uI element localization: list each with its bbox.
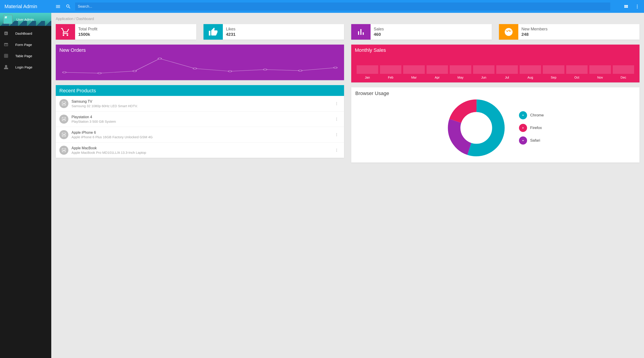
stat-card-sales: Sales 460: [351, 24, 492, 40]
svg-point-22: [336, 119, 337, 120]
svg-point-10: [98, 73, 102, 74]
stat-card-likes: Likes 4231: [204, 24, 344, 40]
product-row[interactable]: Apple MacBook Apple MacBook Pro MD101LL/…: [56, 142, 344, 158]
search-icon: [66, 4, 71, 9]
product-row[interactable]: Samsung TV Samsung 32 1080p 60Hz LED Sma…: [56, 96, 344, 111]
panel-title: Recent Products: [56, 85, 344, 96]
legend-item[interactable]: Chrome: [519, 111, 544, 119]
legend-label: Firefox: [530, 126, 542, 130]
stat-card-profit: Total Profit 1500k: [56, 24, 196, 40]
svg-point-16: [298, 70, 302, 71]
svg-point-29: [336, 151, 337, 152]
avatar: [3, 15, 12, 24]
month-bar: [473, 65, 495, 74]
more-button[interactable]: [634, 3, 641, 10]
browser-usage-donut: [447, 99, 506, 157]
new-orders-panel: New Orders: [56, 45, 344, 80]
month-label: Feb: [380, 76, 402, 79]
wallpaper-icon: [59, 130, 68, 139]
svg-point-28: [336, 150, 337, 151]
sidebar-item-dashboard[interactable]: DashBoard: [0, 28, 51, 39]
thumb-up-icon: [204, 24, 223, 40]
svg-rect-3: [358, 31, 359, 35]
month-bar: [543, 65, 564, 74]
more-vert-icon: [334, 117, 339, 121]
month-label: Dec: [613, 76, 634, 79]
month-bar: [613, 65, 634, 74]
apps-button[interactable]: [622, 3, 630, 10]
more-vert-icon: [334, 148, 339, 152]
month-bar: [496, 65, 518, 74]
product-desc: Samsung 32 1080p 60Hz LED Smart HDTV.: [72, 104, 333, 108]
month-label: Oct: [566, 76, 588, 79]
monthly-sales-bars: [351, 55, 640, 76]
more-vert-icon: [635, 4, 640, 9]
svg-point-27: [336, 149, 337, 149]
cart-icon: [56, 24, 75, 40]
product-row[interactable]: Apple iPhone 6 Apple iPhone 6 Plus 16GB …: [56, 127, 344, 142]
svg-point-9: [63, 72, 66, 73]
svg-point-23: [336, 120, 337, 121]
chevron-down-icon: [519, 111, 527, 119]
stat-title: Total Profit: [78, 27, 97, 32]
svg-point-11: [133, 70, 136, 72]
svg-point-25: [336, 134, 337, 135]
product-name: Apple MacBook: [72, 146, 333, 150]
product-more-button[interactable]: [333, 133, 340, 137]
product-desc: Apple iPhone 6 Plus 16GB Factory Unlocke…: [72, 135, 333, 139]
svg-point-6: [505, 28, 513, 36]
more-vert-icon: [334, 102, 339, 106]
product-more-button[interactable]: [333, 102, 340, 106]
browser-usage-panel: Browser Usage ChromeFirefoxSafari: [351, 87, 640, 162]
month-label: Mar: [403, 76, 425, 79]
svg-rect-5: [363, 32, 364, 35]
menu-button[interactable]: [54, 3, 62, 10]
product-name: Playstation 4: [72, 115, 333, 119]
month-label: Jan: [357, 76, 378, 79]
month-bar: [589, 65, 611, 74]
product-name: Apple iPhone 6: [72, 131, 333, 135]
view-module-icon: [624, 4, 628, 9]
panel-title: New Orders: [56, 45, 344, 55]
user-section[interactable]: User Admin: [0, 13, 51, 26]
panel-title: Browser Usage: [355, 91, 636, 96]
product-row[interactable]: Playstation 4 PlayStation 3 500 GB Syste…: [56, 111, 344, 127]
broken-image-icon: [4, 16, 8, 19]
month-label: May: [450, 76, 471, 79]
sidebar-item-label: Login Page: [15, 65, 32, 69]
svg-point-21: [336, 117, 337, 118]
month-bar: [450, 65, 471, 74]
wallpaper-icon: [59, 99, 68, 108]
sidebar-item-label: Form Page: [15, 43, 32, 47]
sidebar-item-login[interactable]: Login Page: [0, 62, 51, 73]
stat-title: Sales: [374, 27, 384, 32]
month-label: Sep: [543, 76, 564, 79]
recent-products-panel: Recent Products Samsung TV Samsung 32 10…: [56, 85, 344, 158]
stat-value: 4231: [226, 32, 236, 37]
stat-value: 460: [374, 32, 384, 37]
svg-point-26: [336, 135, 337, 136]
product-more-button[interactable]: [333, 148, 340, 152]
search-input[interactable]: [78, 5, 608, 9]
month-bar: [566, 65, 588, 74]
more-vert-icon: [334, 133, 339, 137]
product-desc: PlayStation 3 500 GB System: [72, 120, 333, 123]
sidebar-item-table[interactable]: Table Page: [0, 50, 51, 62]
legend-item[interactable]: Firefox: [519, 124, 544, 132]
search-button[interactable]: [65, 3, 72, 10]
month-label: Aug: [520, 76, 541, 79]
svg-point-2: [637, 8, 638, 8]
nav: DashBoard Form Page Table Page Login Pag…: [0, 26, 51, 75]
wallpaper-icon: [59, 115, 68, 124]
month-bar: [357, 65, 378, 74]
face-icon: [499, 24, 518, 40]
sidebar-item-form[interactable]: Form Page: [0, 39, 51, 50]
product-name: Samsung TV: [72, 100, 333, 104]
stat-value: 248: [522, 32, 548, 37]
product-more-button[interactable]: [333, 117, 340, 121]
new-orders-chart: [56, 55, 344, 80]
legend-item[interactable]: Safari: [519, 136, 544, 144]
svg-point-12: [158, 58, 162, 59]
menu-icon: [55, 4, 61, 9]
wallpaper-icon: [59, 146, 68, 155]
